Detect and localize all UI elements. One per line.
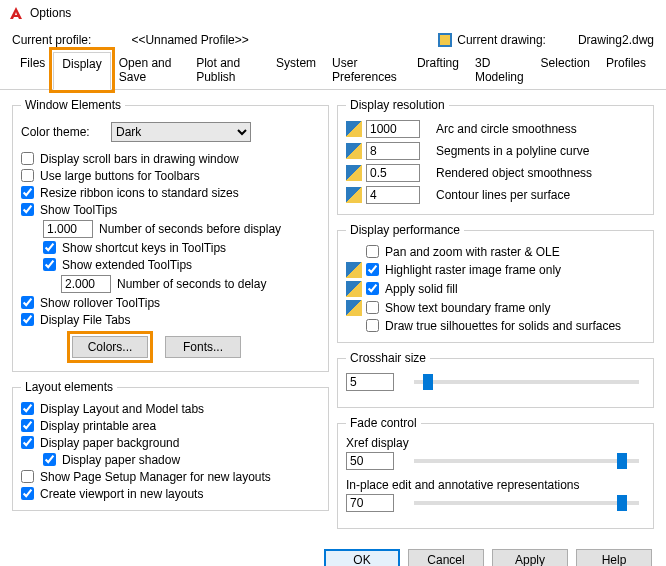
- tab-profiles[interactable]: Profiles: [598, 52, 654, 89]
- display-scroll-bars-checkbox[interactable]: [21, 152, 34, 165]
- crosshair-size-slider[interactable]: [414, 380, 639, 384]
- display-layout-model-tabs-checkbox[interactable]: [21, 402, 34, 415]
- create-viewport-label: Create viewport in new layouts: [40, 487, 203, 501]
- xref-display-label: Xref display: [346, 436, 645, 450]
- current-profile-value: <<Unnamed Profile>>: [131, 33, 248, 47]
- rendered-smoothness-input[interactable]: [366, 164, 420, 182]
- display-paper-background-checkbox[interactable]: [21, 436, 34, 449]
- tab-files[interactable]: Files: [12, 52, 53, 89]
- pan-zoom-raster-checkbox[interactable]: [366, 245, 379, 258]
- performance-icon: [346, 300, 362, 316]
- display-paper-background-label: Display paper background: [40, 436, 179, 450]
- tab-selection[interactable]: Selection: [533, 52, 598, 89]
- show-page-setup-manager-checkbox[interactable]: [21, 470, 34, 483]
- crosshair-size-input[interactable]: [346, 373, 394, 391]
- show-tooltips-label: Show ToolTips: [40, 203, 117, 217]
- arc-circle-smoothness-label: Arc and circle smoothness: [436, 122, 577, 136]
- apply-solid-fill-checkbox[interactable]: [366, 282, 379, 295]
- create-viewport-checkbox[interactable]: [21, 487, 34, 500]
- display-paper-shadow-label: Display paper shadow: [62, 453, 180, 467]
- tab-system[interactable]: System: [268, 52, 324, 89]
- cancel-button[interactable]: Cancel: [408, 549, 484, 566]
- current-profile-label: Current profile:: [12, 33, 91, 47]
- draw-true-silhouettes-label: Draw true silhouettes for solids and sur…: [385, 319, 621, 333]
- crosshair-size-legend: Crosshair size: [346, 351, 430, 365]
- tab-display-label: Display: [62, 57, 101, 71]
- display-performance-group: Display performance Pan and zoom with ra…: [337, 223, 654, 343]
- resize-ribbon-icons-checkbox[interactable]: [21, 186, 34, 199]
- resolution-icon: [346, 187, 362, 203]
- fade-control-group: Fade control Xref display In-place edit …: [337, 416, 654, 529]
- svg-rect-1: [440, 35, 450, 45]
- arc-circle-smoothness-input[interactable]: [366, 120, 420, 138]
- window-elements-group: Window Elements Color theme: Dark Displa…: [12, 98, 329, 372]
- tooltip-delay-input[interactable]: [61, 275, 111, 293]
- layout-elements-group: Layout elements Display Layout and Model…: [12, 380, 329, 511]
- display-printable-area-checkbox[interactable]: [21, 419, 34, 432]
- resolution-icon: [346, 165, 362, 181]
- tab-drafting[interactable]: Drafting: [409, 52, 467, 89]
- xref-display-slider[interactable]: [414, 459, 639, 463]
- display-resolution-group: Display resolution Arc and circle smooth…: [337, 98, 654, 215]
- polyline-segments-input[interactable]: [366, 142, 420, 160]
- show-page-setup-manager-label: Show Page Setup Manager for new layouts: [40, 470, 271, 484]
- display-paper-shadow-checkbox[interactable]: [43, 453, 56, 466]
- show-tooltips-checkbox[interactable]: [21, 203, 34, 216]
- show-extended-tooltips-checkbox[interactable]: [43, 258, 56, 271]
- profile-info: Current profile: <<Unnamed Profile>> Cur…: [0, 26, 666, 52]
- tooltip-seconds-label: Number of seconds before display: [99, 222, 281, 236]
- display-scroll-bars-label: Display scroll bars in drawing window: [40, 152, 239, 166]
- show-text-boundary-label: Show text boundary frame only: [385, 301, 550, 315]
- in-place-edit-label: In-place edit and annotative representat…: [346, 478, 645, 492]
- large-buttons-label: Use large buttons for Toolbars: [40, 169, 200, 183]
- help-button[interactable]: Help: [576, 549, 652, 566]
- contour-lines-label: Contour lines per surface: [436, 188, 570, 202]
- color-theme-select[interactable]: Dark: [111, 122, 251, 142]
- xref-display-input[interactable]: [346, 452, 394, 470]
- fade-control-legend: Fade control: [346, 416, 421, 430]
- highlight-raster-frame-checkbox[interactable]: [366, 263, 379, 276]
- window-elements-legend: Window Elements: [21, 98, 125, 112]
- tab-strip: Files Display Open and Save Plot and Pub…: [0, 52, 666, 90]
- layout-elements-legend: Layout elements: [21, 380, 117, 394]
- tab-user-preferences[interactable]: User Preferences: [324, 52, 409, 89]
- current-drawing-label: Current drawing:: [457, 33, 546, 47]
- tab-3d-modeling[interactable]: 3D Modeling: [467, 52, 533, 89]
- show-rollover-tooltips-label: Show rollover ToolTips: [40, 296, 160, 310]
- drawing-icon: [437, 32, 453, 48]
- color-theme-label: Color theme:: [21, 125, 111, 139]
- title-bar: Options: [0, 0, 666, 26]
- colors-button[interactable]: Colors...: [72, 336, 148, 358]
- crosshair-size-group: Crosshair size: [337, 351, 654, 408]
- fonts-button[interactable]: Fonts...: [165, 336, 241, 358]
- contour-lines-input[interactable]: [366, 186, 420, 204]
- rendered-smoothness-label: Rendered object smoothness: [436, 166, 592, 180]
- tab-open-and-save[interactable]: Open and Save: [111, 52, 188, 89]
- pan-zoom-raster-label: Pan and zoom with raster & OLE: [385, 245, 560, 259]
- tab-display[interactable]: Display: [53, 52, 110, 90]
- performance-icon: [346, 281, 362, 297]
- show-extended-tooltips-label: Show extended ToolTips: [62, 258, 192, 272]
- display-resolution-legend: Display resolution: [346, 98, 449, 112]
- dialog-buttons: OK Cancel Apply Help: [0, 543, 666, 566]
- tooltip-seconds-input[interactable]: [43, 220, 93, 238]
- show-rollover-tooltips-checkbox[interactable]: [21, 296, 34, 309]
- apply-button[interactable]: Apply: [492, 549, 568, 566]
- show-shortcut-keys-checkbox[interactable]: [43, 241, 56, 254]
- slider-thumb: [617, 495, 627, 511]
- draw-true-silhouettes-checkbox[interactable]: [366, 319, 379, 332]
- tab-plot-and-publish[interactable]: Plot and Publish: [188, 52, 268, 89]
- ok-button[interactable]: OK: [324, 549, 400, 566]
- show-shortcut-keys-label: Show shortcut keys in ToolTips: [62, 241, 226, 255]
- autocad-icon: [8, 5, 24, 21]
- display-file-tabs-checkbox[interactable]: [21, 313, 34, 326]
- show-text-boundary-checkbox[interactable]: [366, 301, 379, 314]
- in-place-edit-input[interactable]: [346, 494, 394, 512]
- slider-thumb: [423, 374, 433, 390]
- performance-icon: [346, 262, 362, 278]
- in-place-edit-slider[interactable]: [414, 501, 639, 505]
- resolution-icon: [346, 143, 362, 159]
- slider-thumb: [617, 453, 627, 469]
- large-buttons-checkbox[interactable]: [21, 169, 34, 182]
- current-drawing-value: Drawing2.dwg: [578, 33, 654, 47]
